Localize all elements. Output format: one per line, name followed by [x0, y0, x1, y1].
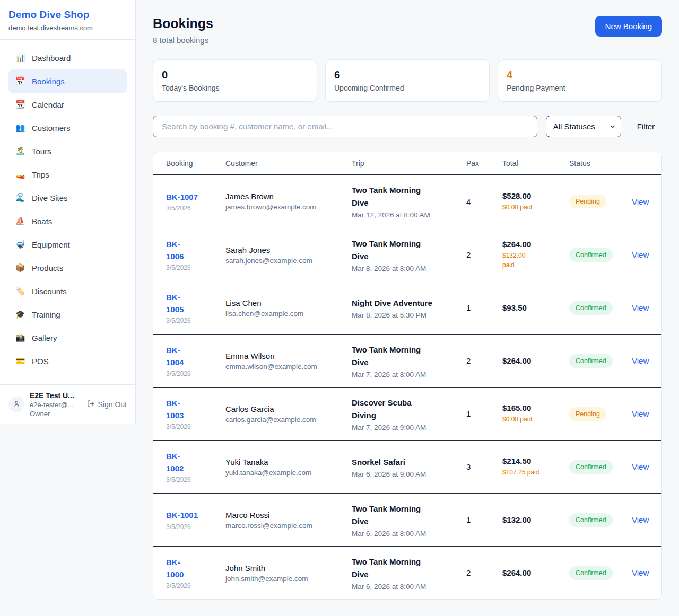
trip-time: Mar 12, 2026 at 8:00 AM [352, 211, 466, 219]
customer-email: james.brown@example.com [225, 203, 352, 211]
booking-id-link[interactable]: BK- 1005 [166, 291, 225, 316]
sidebar-item-label: Discounts [32, 287, 67, 296]
sign-out-button[interactable]: Sign Out [87, 400, 127, 409]
sidebar-item-products[interactable]: 📦 Products [8, 256, 127, 279]
tours-icon: 🏝️ [15, 146, 25, 156]
trip-title: Two Tank Morning Dive [352, 556, 466, 581]
stat-value: 4 [507, 69, 653, 81]
customer-name: Sarah Jones [225, 245, 352, 254]
trip-time: Mar 6, 2026 at 9:00 AM [352, 470, 466, 478]
sidebar-item-label: Bookings [32, 77, 65, 86]
sidebar-item-gallery[interactable]: 📸 Gallery [8, 326, 127, 349]
table-row: BK- 1004 3/5/2026 Emma Wilson emma.wilso… [153, 334, 661, 387]
pax-count: 1 [466, 303, 502, 312]
trip-time: Mar 7, 2026 at 8:00 AM [352, 371, 466, 379]
view-link[interactable]: View [632, 303, 649, 312]
sidebar-item-dashboard[interactable]: 📊 Dashboard [8, 46, 127, 69]
avatar [8, 397, 24, 412]
pax-count: 1 [466, 409, 502, 418]
stat-cards: 0 Today's Bookings 6 Upcoming Confirmed … [153, 59, 662, 102]
status-badge: Pending [569, 195, 606, 208]
booking-date: 3/5/2026 [166, 523, 225, 531]
sidebar-item-pos[interactable]: 💳 POS [8, 349, 127, 373]
trip-title: Two Tank Morning Dive [352, 237, 466, 263]
status-select[interactable]: All Statuses [546, 116, 621, 137]
view-link[interactable]: View [632, 409, 649, 418]
sidebar-nav: 📊 Dashboard 📅 Bookings 📆 Calendar 👥 Cust… [0, 40, 135, 384]
stat-label: Today's Bookings [162, 84, 308, 92]
sidebar-item-equipment[interactable]: 🤿 Equipment [8, 233, 127, 256]
table-row: BK- 1003 3/5/2026 Carlos Garcia carlos.g… [153, 387, 661, 440]
page-subtitle: 8 total bookings [153, 36, 213, 45]
customer-name: Emma Wilson [225, 351, 352, 360]
sidebar-item-label: Equipment [32, 240, 70, 249]
customer-email: lisa.chen@example.com [225, 310, 352, 318]
total-amount: $264.00 [502, 568, 569, 577]
user-role: Owner [30, 410, 82, 418]
calendar-icon: 📆 [15, 100, 25, 109]
sidebar-item-label: Dashboard [32, 54, 71, 63]
status-badge: Confirmed [569, 301, 613, 315]
sidebar-item-discounts[interactable]: 🏷️ Discounts [8, 279, 127, 303]
sign-out-icon [87, 400, 95, 409]
view-link[interactable]: View [632, 197, 649, 206]
table-row: BK- 1002 3/5/2026 Yuki Tanaka yuki.tanak… [153, 440, 661, 493]
status-badge: Confirmed [569, 460, 613, 474]
table-row: BK-1007 3/5/2026 James Brown james.brown… [153, 175, 661, 228]
stat-card: 4 Pending Payment [498, 59, 662, 102]
paid-amount: $107.25 paid [502, 468, 569, 477]
discounts-icon: 🏷️ [15, 286, 25, 296]
booking-date: 3/5/2026 [166, 205, 225, 212]
booking-date: 3/5/2026 [166, 370, 225, 377]
sidebar-item-bookings[interactable]: 📅 Bookings [8, 69, 127, 93]
sidebar-item-label: Products [32, 263, 63, 272]
table-row: BK- 1005 3/5/2026 Lisa Chen lisa.chen@ex… [153, 281, 661, 334]
sidebar-item-training[interactable]: 🎓 Training [8, 303, 127, 326]
search-input[interactable] [153, 116, 537, 137]
customer-name: Marco Rossi [225, 511, 352, 520]
sidebar-item-trips[interactable]: 🚤 Trips [8, 163, 127, 186]
trip-title: Two Tank Morning Dive [352, 503, 466, 528]
pax-count: 2 [466, 250, 502, 259]
view-link[interactable]: View [632, 462, 649, 471]
stat-card: 0 Today's Bookings [153, 59, 317, 102]
sidebar-item-customers[interactable]: 👥 Customers [8, 116, 127, 139]
app: Demo Dive Shop demo.test.divestreams.com… [0, 0, 679, 616]
booking-id-link[interactable]: BK- 1006 [166, 238, 225, 263]
products-icon: 📦 [15, 263, 25, 272]
booking-date: 3/5/2026 [166, 317, 225, 324]
view-link[interactable]: View [632, 568, 649, 577]
sidebar-item-label: Boats [32, 217, 52, 226]
column-header-trip: Trip [352, 159, 466, 168]
booking-id-link[interactable]: BK-1007 [166, 191, 225, 203]
stat-value: 0 [162, 69, 308, 81]
booking-id-link[interactable]: BK- 1000 [166, 556, 225, 581]
sidebar-item-tours[interactable]: 🏝️ Tours [8, 139, 127, 163]
stat-card: 6 Upcoming Confirmed [325, 59, 490, 102]
dive-sites-icon: 🌊 [15, 193, 25, 203]
table-row: BK- 1006 3/5/2026 Sarah Jones sarah.jone… [153, 228, 661, 281]
status-select-wrap: All Statuses [546, 116, 621, 137]
new-booking-button[interactable]: New Booking [595, 16, 662, 37]
sidebar-item-dive-sites[interactable]: 🌊 Dive Sites [8, 186, 127, 209]
view-link[interactable]: View [632, 515, 649, 524]
customer-email: marco.rossi@example.com [225, 522, 352, 530]
bookings-icon: 📅 [15, 76, 25, 86]
booking-id-link[interactable]: BK- 1003 [166, 397, 225, 422]
user-name: E2E Test U... [30, 391, 82, 400]
view-link[interactable]: View [632, 356, 649, 365]
brand-name[interactable]: Demo Dive Shop [8, 9, 127, 21]
view-link[interactable]: View [632, 250, 649, 259]
booking-date: 3/5/2026 [166, 476, 225, 483]
equipment-icon: 🤿 [15, 240, 25, 249]
booking-id-link[interactable]: BK-1001 [166, 509, 225, 521]
booking-date: 3/5/2026 [166, 264, 225, 271]
filter-button[interactable]: Filter [630, 122, 662, 131]
column-header-booking: Booking [166, 159, 225, 168]
sidebar-item-calendar[interactable]: 📆 Calendar [8, 93, 127, 116]
booking-id-link[interactable]: BK- 1002 [166, 450, 225, 475]
trip-time: Mar 6, 2026 at 8:00 AM [352, 583, 466, 591]
table-row: BK-1001 3/5/2026 Marco Rossi marco.rossi… [153, 493, 661, 546]
sidebar-item-boats[interactable]: ⛵ Boats [8, 209, 127, 233]
booking-id-link[interactable]: BK- 1004 [166, 344, 225, 369]
